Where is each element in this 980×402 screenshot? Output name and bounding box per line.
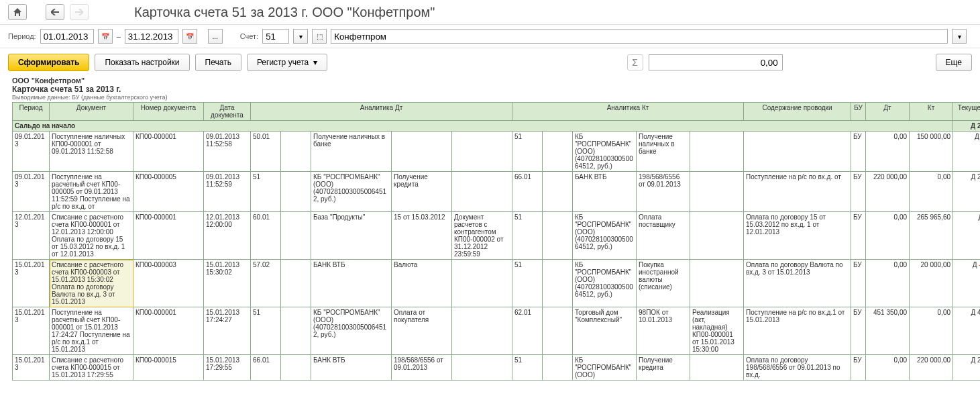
period-picker-button[interactable]: ... — [208, 29, 223, 44]
cell: Д -15 965,60 — [953, 260, 980, 307]
cell: Покупка иностранной валюты (списание) — [637, 260, 690, 307]
cell: 51 — [512, 132, 543, 172]
cell — [281, 260, 311, 307]
report-sub: Выводимые данные: БУ (данные бухгалтерск… — [12, 94, 968, 101]
home-button[interactable] — [8, 4, 27, 20]
cell: БАНК ВТБ — [573, 172, 637, 212]
col-header: Дата документа — [204, 103, 251, 121]
cell: 09.01.2013 — [13, 132, 50, 172]
cell: 0,00 — [866, 212, 910, 260]
cell: КП00-000015 — [133, 355, 204, 381]
print-button[interactable]: Печать — [195, 54, 241, 71]
cell: 57.02 — [251, 260, 281, 307]
cell: 20 000,00 — [910, 260, 953, 307]
org-dropdown-button[interactable]: ▾ — [952, 29, 967, 44]
cell: 15 от 15.03.2012 — [392, 212, 452, 260]
col-header: Аналитика Кт — [512, 103, 744, 121]
cell: Д 435 384,40 — [953, 307, 980, 355]
cell — [690, 260, 744, 307]
cell: Поступление на расчетный счет КП00-00000… — [50, 307, 133, 355]
col-header: Содержание проводки — [744, 103, 851, 121]
cell: 09.01.2013 — [13, 172, 50, 212]
cell: КБ "РОСПРОМБАНК" (ООО) (4070281003005006… — [311, 172, 392, 212]
cell: 0,00 — [866, 260, 910, 307]
cell — [281, 212, 311, 260]
cell: Списание с расчетного счета КП00-000003 … — [50, 260, 133, 307]
account-dropdown-button[interactable]: ▾ — [293, 29, 308, 44]
cell: Д 270 000,00 — [953, 172, 980, 212]
calendar-icon[interactable]: 📅 — [98, 29, 113, 44]
col-header: БУ — [851, 103, 866, 121]
table-row[interactable]: 15.01.2013Списание с расчетного счета КП… — [13, 260, 981, 307]
account-select-button[interactable]: ⬚ — [312, 29, 327, 44]
cell: Оплата по договору 198/568/6556 от 09.01… — [744, 355, 851, 381]
form-button[interactable]: Сформировать — [8, 54, 89, 71]
col-header: Номер документа — [133, 103, 204, 121]
calendar-icon[interactable]: 📅 — [182, 29, 197, 44]
cell: 0,00 — [910, 172, 953, 212]
cell: Поступление на р/с по вх.д. от — [744, 172, 851, 212]
more-button[interactable]: Еще — [936, 54, 972, 71]
cell — [690, 212, 744, 260]
table-row[interactable]: 15.01.2013Поступление на расчетный счет … — [13, 307, 981, 355]
cell: БУ — [851, 355, 866, 381]
organization-input[interactable] — [331, 29, 948, 44]
cell: 220 000,00 — [910, 355, 953, 381]
account-label: Счет: — [240, 32, 258, 40]
back-button[interactable] — [46, 4, 64, 20]
saldo-start-value: Д 200 000,00 — [953, 121, 980, 132]
cell: КБ "РОСПРОМБАНК" (ООО) — [573, 355, 637, 381]
cell: 09.01.2013 11:52:58 — [204, 132, 251, 172]
cell — [452, 260, 512, 307]
show-settings-button[interactable]: Показать настройки — [95, 54, 189, 71]
cell — [452, 307, 512, 355]
cell: Списание с расчетного счета КП00-000001 … — [50, 212, 133, 260]
cell: 51 — [512, 212, 543, 260]
cell — [543, 355, 573, 381]
col-header: Дт — [866, 103, 910, 121]
report-title: Карточка счета 51 за 2013 г. — [12, 85, 968, 94]
cell — [452, 355, 512, 381]
cell: Получение кредита — [392, 172, 452, 212]
cell: КБ "РОСПРОМБАНК" (ООО) (4070281003005006… — [573, 212, 637, 260]
cell: 0,00 — [866, 132, 910, 172]
forward-button[interactable] — [70, 4, 89, 20]
cell — [744, 132, 851, 172]
cell: 15.01.2013 17:24:27 — [204, 307, 251, 355]
cell: Оплата от покупателя — [392, 307, 452, 355]
cell: БУ — [851, 172, 866, 212]
register-button[interactable]: Регистр учета ▾ — [247, 54, 327, 71]
page-title: Карточка счета 51 за 2013 г. ООО "Конфет… — [134, 5, 435, 20]
date-from-input[interactable] — [40, 29, 94, 44]
account-input[interactable] — [262, 29, 289, 44]
cell: 60.01 — [251, 212, 281, 260]
cell: Д 4 034,40 — [953, 212, 980, 260]
cell: БУ — [851, 307, 866, 355]
cell — [690, 355, 744, 381]
cell: БУ — [851, 260, 866, 307]
cell: Торговый дом "Комплексный" — [573, 307, 637, 355]
cell: Получение наличных в банке — [311, 132, 392, 172]
cell — [543, 307, 573, 355]
dash: – — [117, 32, 121, 40]
sum-input[interactable] — [649, 54, 783, 70]
cell: 51 — [512, 260, 543, 307]
sigma-icon[interactable]: Σ — [627, 54, 643, 70]
table-row[interactable]: 09.01.2013Поступление наличных КП00-0000… — [13, 132, 981, 172]
cell: Получение наличных в банке — [637, 132, 690, 172]
date-to-input[interactable] — [125, 29, 178, 44]
report-org: ООО "Конфетпром" — [12, 77, 968, 85]
cell — [281, 307, 311, 355]
cell: Д 50 000,00 — [953, 132, 980, 172]
cell: Оплата по договору 15 от 15.03.2012 по в… — [744, 212, 851, 260]
cell: Списание с расчетного счета КП00-000015 … — [50, 355, 133, 381]
table-row[interactable]: 09.01.2013Поступление на расчетный счет … — [13, 172, 981, 212]
table-row[interactable]: 15.01.2013Списание с расчетного счета КП… — [13, 355, 981, 381]
cell: Поступление на расчетный счет КП00-00000… — [50, 172, 133, 212]
cell: Оплата по договору Валюта по вх.д. 3 от … — [744, 260, 851, 307]
saldo-start-label: Сальдо на начало — [13, 121, 953, 132]
table-row[interactable]: 12.01.2013Списание с расчетного счета КП… — [13, 212, 981, 260]
cell: 451 350,00 — [866, 307, 910, 355]
cell: КБ "РОСПРОМБАНК" (ООО) (4070281003005006… — [573, 260, 637, 307]
cell: 12.01.2013 12:00:00 — [204, 212, 251, 260]
